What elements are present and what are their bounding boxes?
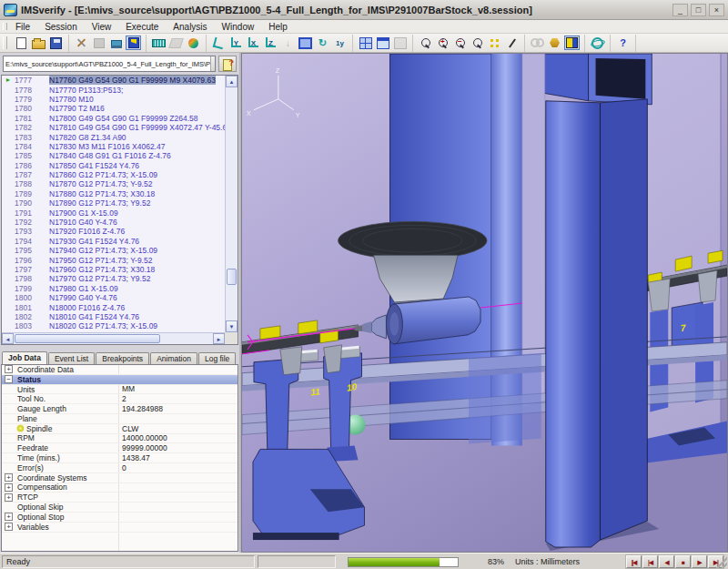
code-line-1798[interactable]: 1798N17970 G12 P71:4.73; Y9.52: [2, 274, 225, 283]
reset-orientation-icon[interactable]: [186, 36, 201, 50]
view-display-icon[interactable]: [298, 36, 313, 50]
tab-breakpoints[interactable]: Breakpoints: [96, 352, 149, 364]
code-line-1777[interactable]: ►1777N17760 G49 G54 G90 G1 F99999 M9 X40…: [2, 76, 225, 85]
gcode-lines[interactable]: ►1777N17760 G49 G54 G90 G1 F99999 M9 X40…: [2, 76, 225, 332]
scroll-down-button[interactable]: ▼: [226, 320, 238, 332]
code-line-1794[interactable]: 1794N17930 G41 F1524 Y4.76: [2, 237, 225, 246]
view-axis-icon[interactable]: Z: [263, 36, 278, 50]
save-icon[interactable]: [48, 36, 64, 50]
link-program-icon[interactable]: [530, 36, 545, 50]
code-line-1785[interactable]: 1785N17840 G48 G91 G1 F1016 Z-4.76: [2, 151, 225, 160]
expand-icon[interactable]: +: [5, 473, 13, 482]
tab-event-list[interactable]: Event List: [48, 352, 95, 364]
tab-animation[interactable]: Animation: [150, 352, 197, 364]
file-info-button[interactable]: [218, 56, 237, 72]
horizontal-scrollbar[interactable]: ◄ ►: [2, 332, 225, 344]
material-removal-icon[interactable]: [547, 36, 562, 50]
code-line-1793[interactable]: 1793N17920 F1016 Z-4.76: [2, 227, 225, 236]
vertical-scrollbar[interactable]: ▲ ▼: [225, 76, 238, 332]
tab-log-file[interactable]: Log file: [198, 352, 236, 364]
panel-splitter[interactable]: [0, 345, 239, 351]
tree-row-time-mins-[interactable]: Time (mins.)1438.47: [2, 453, 238, 463]
menu-file[interactable]: File: [9, 21, 36, 33]
code-line-1802[interactable]: 1802N18010 G41 F1524 Y4.76: [2, 312, 225, 321]
tree-row-tool-no-[interactable]: Tool No.2: [2, 394, 238, 404]
expand-icon[interactable]: +: [5, 365, 13, 373]
tree-row-units[interactable]: UnitsMM: [2, 385, 238, 395]
tree-row-status[interactable]: −Status: [2, 375, 238, 385]
view-isometric-icon[interactable]: [211, 36, 227, 50]
play-forward-button[interactable]: ▶: [692, 555, 707, 568]
menu-session[interactable]: Session: [38, 21, 84, 33]
zoom-in-icon[interactable]: +: [435, 36, 450, 50]
tree-row-compensation[interactable]: +Compensation: [2, 483, 238, 493]
maximize-button[interactable]: □: [691, 4, 706, 16]
vertical-scroll-thumb[interactable]: [227, 269, 237, 285]
tree-row-spindle[interactable]: SpindleCLW: [2, 424, 238, 434]
new-window-icon[interactable]: [392, 36, 408, 50]
menu-window[interactable]: Window: [216, 21, 261, 33]
tree-row-error-s-[interactable]: Error(s)0: [2, 463, 238, 473]
menu-help[interactable]: Help: [262, 21, 294, 33]
section-view-icon[interactable]: [564, 36, 580, 50]
machine-setup-icon[interactable]: [108, 36, 124, 50]
code-line-1788[interactable]: 1788N17870 G12 P71:4.73; Y-9.52: [2, 179, 225, 188]
code-line-1787[interactable]: 1787N17860 G12 P71:4.73; X-15.09: [2, 170, 225, 179]
collapse-icon[interactable]: −: [5, 375, 13, 383]
go-to-start-button[interactable]: ||◀: [626, 555, 642, 568]
code-line-1801[interactable]: 1801N18000 F1016 Z-4.76: [2, 302, 225, 311]
view-axis-icon[interactable]: Y: [228, 36, 244, 50]
zoom-previous-icon[interactable]: [470, 36, 485, 50]
tree-row-coordinate-data[interactable]: +Coordinate Data: [2, 365, 238, 375]
file-path-combobox[interactable]: E:\mivs_source\support\AGT\PBZ1000_5-4_F…: [3, 56, 216, 72]
scroll-up-button[interactable]: ▲: [226, 76, 238, 87]
minimize-button[interactable]: _: [672, 4, 688, 16]
combobox-dropdown-arrow[interactable]: ▼: [210, 56, 216, 71]
code-line-1784[interactable]: 1784N17830 M3 M11 F1016 X4062.47: [2, 142, 225, 151]
tree-row-optional-stop[interactable]: +Optional Stop: [2, 513, 238, 523]
code-line-1790[interactable]: 1790N17890 G12 P71:4.73; Y9.52: [2, 198, 225, 208]
open-folder-icon[interactable]: [31, 36, 46, 50]
expand-icon[interactable]: +: [5, 493, 13, 502]
tree-row-rpm[interactable]: RPM14000.00000: [2, 434, 238, 444]
menu-execute[interactable]: Execute: [119, 21, 165, 33]
tab-job-data[interactable]: Job Data: [2, 351, 47, 364]
tree-row-optional-skip[interactable]: Optional Skip: [2, 503, 238, 513]
zoom-extents-icon[interactable]: [487, 36, 502, 50]
zoom-window-icon[interactable]: [418, 36, 433, 50]
menu-analysis[interactable]: Analysis: [167, 21, 213, 33]
horizontal-scroll-thumb[interactable]: [15, 334, 160, 343]
stop-button[interactable]: ■: [675, 555, 691, 568]
code-line-1783[interactable]: 1783N17820 G8 Z1.34 A90: [2, 132, 225, 141]
tree-row-gauge-length[interactable]: Gauge Length194.284988: [2, 404, 238, 414]
new-document-icon[interactable]: [14, 36, 29, 50]
code-line-1786[interactable]: 1786N17850 G41 F1524 Y4.76: [2, 161, 225, 170]
select-tool-icon[interactable]: [504, 36, 520, 50]
step-back-button[interactable]: |◀: [642, 555, 658, 568]
compare-icon[interactable]: [168, 36, 184, 50]
expand-icon[interactable]: +: [5, 483, 13, 492]
code-line-1780[interactable]: 1780N17790 T2 M16: [2, 104, 225, 113]
code-line-1803[interactable]: 1803N18020 G12 P71:4.73; X-15.09: [2, 321, 225, 330]
rotate-3d-icon[interactable]: [590, 36, 605, 50]
view-scale-1y-icon[interactable]: 1y: [332, 36, 348, 50]
code-line-1779[interactable]: 1779N17780 M10: [2, 95, 225, 104]
expand-icon[interactable]: +: [5, 513, 13, 521]
code-line-1789[interactable]: 1789N17880 G12 P71:4.73; X30.18: [2, 189, 225, 198]
code-line-1792[interactable]: 1792N17910 G40 Y-4.76: [2, 218, 225, 227]
code-line-1796[interactable]: 1796N17950 G12 P71:4.73; Y-9.52: [2, 255, 225, 264]
play-reverse-button[interactable]: ◀: [659, 555, 674, 568]
3d-viewport[interactable]: 7 11 10: [241, 53, 728, 553]
view-flip-icon[interactable]: ↓: [280, 36, 296, 50]
code-line-1795[interactable]: 1795N17940 G12 P71:4.73; X-15.09: [2, 246, 225, 255]
code-line-1797[interactable]: 1797N17960 G12 P71:4.73; X30.18: [2, 265, 225, 274]
measure-distance-icon[interactable]: [151, 36, 167, 50]
menu-view[interactable]: View: [86, 21, 118, 33]
view-refresh-icon[interactable]: ↻: [315, 36, 330, 50]
code-line-1799[interactable]: 1799N17980 G1 X-15.09: [2, 284, 225, 293]
tile-windows-icon[interactable]: [358, 36, 373, 50]
code-line-1791[interactable]: 1791N17900 G1 X-15.09: [2, 208, 225, 217]
view-axis-icon[interactable]: X: [246, 36, 261, 50]
single-window-icon[interactable]: [375, 36, 390, 50]
tree-row-variables[interactable]: +Variables: [2, 523, 238, 533]
